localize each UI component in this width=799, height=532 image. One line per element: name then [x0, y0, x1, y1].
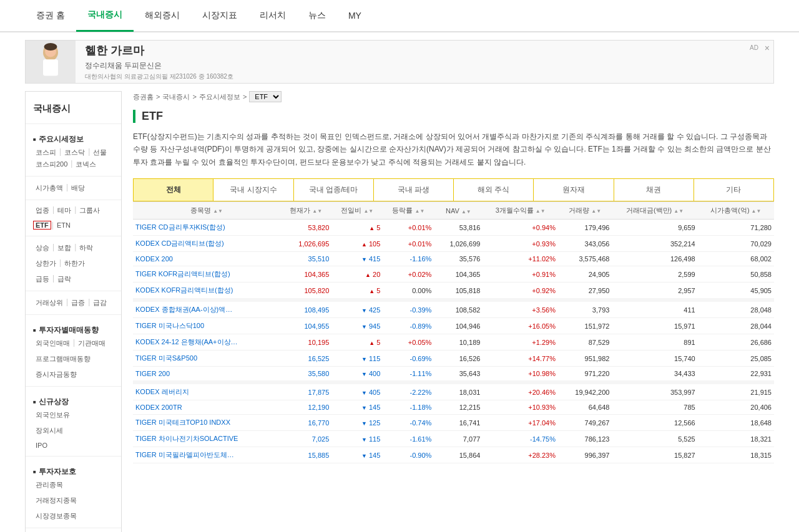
cell-price: 1,026,695 [280, 236, 331, 252]
breadcrumb-주요시세정보[interactable]: 주요시세정보 [199, 92, 240, 102]
breadcrumb-dropdown[interactable]: ETF ETN [249, 91, 282, 102]
cell-pct: -1.16% [383, 252, 434, 266]
sidebar-link-테마[interactable]: 테마 [55, 205, 74, 216]
sidebar-link-보합[interactable]: 보합 [55, 243, 74, 253]
cell-name[interactable]: KODEX 종합채권(AA-이상)액… [133, 300, 280, 318]
table-row: KODEX 200 35,510 ▼ 415 -1.16% 35,576 +11… [133, 252, 774, 266]
sidebar-link-거래정지종목[interactable]: 거래정지종목 [33, 495, 79, 506]
sidebar-link-급락[interactable]: 급락 [55, 274, 74, 284]
sidebar-link-코스피[interactable]: 코스피 [33, 147, 59, 158]
sidebar-link-프로그램매매동향[interactable]: 프로그램매매동향 [33, 354, 93, 364]
cell-name[interactable]: KODEX KOFR금리액티브(합성) [133, 283, 280, 301]
cell-change: ▼ 125 [331, 415, 383, 431]
sidebar-link-시장경보종목[interactable]: 시장경보종목 [33, 511, 79, 521]
sidebar-link-시가총액[interactable]: 시가총액 [33, 183, 66, 193]
cell-name[interactable]: TIGER 미국나스닥100 [133, 318, 280, 334]
cell-nav: 53,816 [434, 220, 483, 236]
sidebar-link-코스피200[interactable]: 코스피200 [33, 159, 70, 170]
sidebar-link-선물[interactable]: 선물 [91, 147, 109, 158]
tab-국내 업종/테마[interactable]: 국내 업종/테마 [294, 179, 374, 201]
nav-item-뉴스[interactable]: 뉴스 [297, 0, 337, 32]
cell-name[interactable]: TIGER 차이나전기차SOLACTIVE [133, 431, 280, 447]
sidebar-link-외국인매매[interactable]: 외국인매매 [33, 338, 72, 349]
tab-bar: 전체국내 시장지수국내 업종/테마국내 파생해외 주식원자재채권기타 [133, 178, 774, 201]
sidebar-link-etn[interactable]: ETN [54, 221, 73, 230]
cell-pct: -0.90% [383, 447, 434, 463]
cell-name[interactable]: TIGER 200 [133, 367, 280, 383]
sidebar-link-상한가[interactable]: 상한가 [33, 258, 59, 269]
cell-amount: 353,997 [612, 382, 697, 400]
nav-item-시장지표[interactable]: 시장지표 [191, 0, 248, 32]
sidebar-link-상승[interactable]: 상승 [33, 243, 52, 253]
sidebar-link-급감[interactable]: 급감 [91, 297, 109, 308]
sidebar-link-급등[interactable]: 급등 [33, 274, 52, 284]
sidebar-link-하락[interactable]: 하락 [77, 243, 96, 253]
cell-name[interactable]: TIGER 미국테크TOP10 INDXX [133, 415, 280, 431]
cell-volume: 996,397 [558, 447, 612, 463]
sidebar-link-증시자금동향[interactable]: 증시자금동향 [33, 369, 79, 380]
cell-volume: 87,529 [558, 334, 612, 351]
cell-name[interactable]: KODEX 24-12 은행채(AA+이상… [133, 334, 280, 351]
cell-change: ▲ 5 [331, 220, 383, 236]
sidebar-link-하한가[interactable]: 하한가 [62, 258, 87, 269]
nav-item-국내증시[interactable]: 국내증시 [76, 0, 134, 32]
sidebar-link-장외시세[interactable]: 장외시세 [33, 425, 66, 436]
cell-pct: +0.01% [383, 220, 434, 236]
sidebar-link-배당[interactable]: 배당 [69, 183, 87, 193]
cell-ret3m: -14.75% [483, 431, 558, 447]
sidebar-link-ipo[interactable]: IPO [33, 441, 50, 450]
sidebar-link-외국인보유[interactable]: 외국인보유 [33, 410, 72, 420]
page-title: ETF [142, 110, 774, 123]
cell-price: 17,875 [280, 382, 331, 400]
sidebar-link-관리종목[interactable]: 관리종목 [33, 480, 66, 490]
cell-volume: 64,648 [558, 400, 612, 415]
sidebar-link-급증[interactable]: 급증 [69, 297, 87, 308]
cell-name[interactable]: TIGER 미국S&P500 [133, 351, 280, 367]
cell-pct: -0.39% [383, 300, 434, 318]
cell-change: ▲ 105 [331, 236, 383, 252]
tab-기타[interactable]: 기타 [694, 179, 773, 201]
tab-해외 주식[interactable]: 해외 주식 [454, 179, 534, 201]
tab-채권[interactable]: 채권 [614, 179, 694, 201]
tab-국내 파생[interactable]: 국내 파생 [374, 179, 454, 201]
sidebar-section-등락: 상승| 보합| 하락 상한가| 하한가 급등| 급락 [26, 236, 121, 288]
cell-name[interactable]: TIGER 미국필라델피아반도체… [133, 447, 280, 463]
sidebar-section-신규상장: 신규상장 외국인보유 장외시세 IPO [26, 386, 121, 453]
sidebar-link-코넥스[interactable]: 코넥스 [73, 159, 99, 170]
breadcrumb-증권홈[interactable]: 증권홈 [133, 92, 154, 102]
tab-원자재[interactable]: 원자재 [534, 179, 614, 201]
sidebar-link-코스닥[interactable]: 코스닥 [62, 147, 87, 158]
cell-change: ▲ 5 [331, 334, 383, 351]
sidebar-link-etf[interactable]: ETF [33, 221, 51, 230]
tab-국내 시장지수[interactable]: 국내 시장지수 [213, 179, 293, 201]
cell-name[interactable]: KODEX CD금리액티브(합성) [133, 236, 280, 252]
sidebar-link-거래상위[interactable]: 거래상위 [33, 297, 66, 308]
cell-nav: 18,031 [434, 382, 483, 400]
breadcrumb-국내증시[interactable]: 국내증시 [162, 92, 190, 102]
nav-item-해외증시[interactable]: 해외증시 [134, 0, 191, 32]
cell-name[interactable]: TIGER KOFR금리액티브(합성) [133, 266, 280, 283]
cell-name[interactable]: KODEX 200TR [133, 400, 280, 415]
ad-close-button[interactable]: × [765, 43, 770, 53]
sidebar-link-기관매매[interactable]: 기관매매 [76, 338, 108, 349]
cell-amount: 2,957 [612, 283, 697, 301]
cell-name[interactable]: KODEX 레버리지 [133, 382, 280, 400]
cell-change: ▼ 115 [331, 431, 383, 447]
cell-amount: 411 [612, 300, 697, 318]
cell-change: ▼ 115 [331, 351, 383, 367]
sidebar-link-업종[interactable]: 업종 [33, 205, 52, 216]
sidebar-section-title-투자자별: 투자자별매매동향 [26, 321, 121, 338]
tab-전체[interactable]: 전체 [134, 179, 213, 201]
cell-ret3m: +10.98% [483, 367, 558, 383]
cell-name[interactable]: TIGER CD금리투자KIS(합성) [133, 220, 280, 236]
cell-amount: 352,214 [612, 236, 697, 252]
cell-ret3m: +3.56% [483, 300, 558, 318]
nav-item-리서치[interactable]: 리서치 [248, 0, 297, 32]
cell-volume: 3,793 [558, 300, 612, 318]
nav-item-MY[interactable]: MY [337, 0, 373, 32]
nav-item-증권 홈[interactable]: 증권 홈 [25, 0, 76, 32]
cell-pct: -0.74% [383, 415, 434, 431]
sidebar-link-그룹사[interactable]: 그룹사 [77, 205, 102, 216]
cell-mktcap: 21,915 [698, 382, 774, 400]
cell-name[interactable]: KODEX 200 [133, 252, 280, 266]
